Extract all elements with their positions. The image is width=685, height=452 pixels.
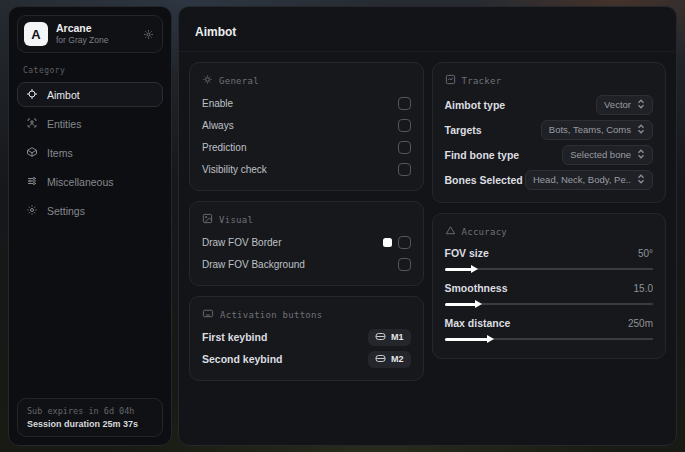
bones-selected-dropdown[interactable]: Head, Neck, Body, Pe.. (525, 170, 653, 190)
mouse-icon (375, 332, 386, 343)
general-row-enable: Enable (202, 92, 411, 114)
general-row-visibility-check: Visibility check (202, 158, 411, 180)
triangle-icon (445, 225, 456, 238)
sidebar-item-label: Settings (47, 205, 85, 217)
general-row-always: Always (202, 114, 411, 136)
sidebar-item-settings[interactable]: Settings (17, 198, 163, 223)
tracker-card-header: Tracker (445, 74, 654, 87)
fov-size-value: 50° (638, 248, 653, 259)
checkbox-enable[interactable] (398, 97, 411, 110)
sidebar-item-aimbot[interactable]: Aimbot (17, 82, 163, 107)
visual-card-header: Visual (202, 213, 411, 226)
aimbot-type-dropdown[interactable]: Vector (596, 95, 653, 115)
desktop-background: A Arcane for Gray Zone Category Aimbot E… (0, 0, 685, 452)
checkbox-draw-fov-background[interactable] (398, 258, 411, 271)
unfold-icon (637, 174, 645, 186)
tracker-row-bones-selected: Bones Selected Head, Neck, Body, Pe.. (445, 167, 654, 192)
keybind-button-second[interactable]: M2 (368, 351, 411, 368)
accuracy-card-header: Accuracy (445, 225, 654, 238)
brand-subtitle: for Gray Zone (56, 35, 108, 46)
general-card: General Enable Always Prediction (189, 62, 424, 191)
brand-text: Arcane for Gray Zone (56, 22, 108, 46)
fov-size-slider[interactable] (445, 265, 654, 273)
unfold-icon (637, 124, 645, 136)
checkbox-always[interactable] (398, 119, 411, 132)
right-column: Tracker Aimbot type Vector Targets Bots,… (432, 62, 667, 359)
activation-card-header: Activation buttons (202, 308, 411, 321)
sub-expiry-text: Sub expires in 6d 04h (27, 406, 153, 416)
subscription-card: Sub expires in 6d 04h Session duration 2… (17, 398, 163, 437)
slider-smoothness: Smoothness 15.0 (445, 278, 654, 308)
tracker-row-aimbot-type: Aimbot type Vector (445, 92, 654, 117)
visual-card: Visual Draw FOV Border Draw FOV Backgrou… (189, 201, 424, 286)
category-label: Category (23, 66, 157, 75)
sidebar-item-miscellaneous[interactable]: Miscellaneous (17, 169, 163, 194)
slider-fov-size: FOV size 50° (445, 243, 654, 273)
visual-row-fov-background: Draw FOV Background (202, 253, 411, 275)
page-title: Aimbot (179, 17, 676, 52)
sidebar-item-entities[interactable]: Entities (17, 111, 163, 136)
box-icon (26, 146, 38, 160)
find-bone-type-dropdown[interactable]: Selected bone (562, 145, 653, 165)
sidebar-item-label: Entities (47, 118, 81, 130)
slider-max-distance: Max distance 250m (445, 313, 654, 343)
sidebar: A Arcane for Gray Zone Category Aimbot E… (8, 6, 172, 446)
unfold-icon (637, 149, 645, 161)
unfold-icon (637, 99, 645, 111)
sidebar-nav: Aimbot Entities Items Miscellaneous Sett… (17, 82, 163, 223)
general-card-header: General (202, 74, 411, 87)
left-column: General Enable Always Prediction (189, 62, 424, 381)
activation-row-second: Second keybind M2 (202, 348, 411, 370)
main-panel: Aimbot General Enable Always (178, 6, 677, 446)
gear-icon (26, 204, 38, 218)
checkbox-visibility-check[interactable] (398, 163, 411, 176)
general-row-prediction: Prediction (202, 136, 411, 158)
smoothness-slider[interactable] (445, 300, 654, 308)
tracker-icon (445, 74, 456, 87)
tracker-row-find-bone-type: Find bone type Selected bone (445, 142, 654, 167)
smoothness-value: 15.0 (634, 283, 653, 294)
color-swatch-fov-border[interactable] (383, 238, 392, 247)
keyboard-icon (202, 308, 214, 321)
sidebar-item-label: Aimbot (47, 89, 80, 101)
activation-row-first: First keybind M1 (202, 326, 411, 348)
activation-buttons-card: Activation buttons First keybind M1 Seco… (189, 296, 424, 381)
brand-card: A Arcane for Gray Zone (17, 15, 163, 53)
tracker-row-targets: Targets Bots, Teams, Coms (445, 117, 654, 142)
tune-sliders-icon (26, 175, 38, 189)
crosshair-icon (26, 88, 38, 102)
session-duration-text: Session duration 25m 37s (27, 419, 153, 429)
checkbox-prediction[interactable] (398, 141, 411, 154)
targets-dropdown[interactable]: Bots, Teams, Coms (541, 120, 653, 140)
sidebar-item-label: Miscellaneous (47, 176, 114, 188)
sidebar-item-label: Items (47, 147, 73, 159)
mouse-icon (375, 354, 386, 365)
checkbox-draw-fov-border[interactable] (398, 236, 411, 249)
brand-title: Arcane (56, 22, 108, 35)
accuracy-card: Accuracy FOV size 50° (432, 213, 667, 359)
target-sun-icon (202, 74, 213, 87)
brand-logo: A (24, 22, 48, 46)
sidebar-item-items[interactable]: Items (17, 140, 163, 165)
max-distance-slider[interactable] (445, 335, 654, 343)
tracker-card: Tracker Aimbot type Vector Targets Bots,… (432, 62, 667, 203)
max-distance-value: 250m (628, 318, 653, 329)
entity-scan-icon (26, 117, 38, 131)
visual-row-fov-border: Draw FOV Border (202, 231, 411, 253)
image-icon (202, 213, 213, 226)
brand-gear-icon[interactable] (141, 27, 156, 42)
keybind-button-first[interactable]: M1 (368, 329, 411, 346)
